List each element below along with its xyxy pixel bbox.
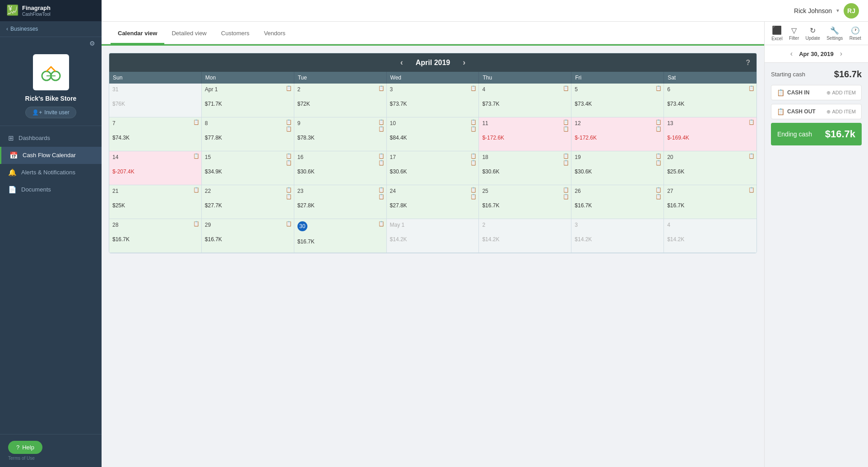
terms-link[interactable]: Terms of Use <box>8 456 93 461</box>
cell-edit-icon[interactable]: 📋 <box>655 187 662 193</box>
calendar-cell[interactable]: 2$14.2K <box>479 219 571 253</box>
cell-edit-icon[interactable]: 📋 <box>378 119 385 125</box>
back-businesses-link[interactable]: ‹ Businesses <box>0 21 102 37</box>
calendar-cell[interactable]: 📋📋22$27.7K <box>202 185 294 219</box>
cell-add-icon[interactable]: 📋 <box>286 126 292 132</box>
calendar-cell[interactable]: 📋30$16.7K <box>294 219 387 253</box>
calendar-cell[interactable]: 📋📋24$27.8K <box>387 185 479 219</box>
calendar-cell[interactable]: May 1$14.2K <box>387 219 479 253</box>
calendar-cell[interactable]: 📋📋16$30.6K <box>294 151 387 185</box>
calendar-cell[interactable]: 📋20$25.6K <box>664 151 757 185</box>
cell-edit-icon[interactable]: 📋 <box>286 85 292 91</box>
sidebar-item-cash-flow-calendar[interactable]: 📅 Cash Flow Calendar <box>0 147 102 164</box>
cell-add-icon[interactable]: 📋 <box>655 126 662 132</box>
cell-edit-icon[interactable]: 📋 <box>286 153 292 159</box>
next-month-button[interactable]: › <box>459 58 469 67</box>
sidebar-item-alerts[interactable]: 🔔 Alerts & Notifications <box>0 164 102 181</box>
calendar-cell[interactable]: 📋13$-169.4K <box>664 117 757 151</box>
cell-edit-icon[interactable]: 📋 <box>748 119 755 125</box>
tab-detailed-view[interactable]: Detailed view <box>164 23 214 44</box>
help-button[interactable]: ? Help <box>8 441 42 454</box>
calendar-cell[interactable]: 📋📋25$16.7K <box>479 185 571 219</box>
calendar-cell[interactable]: 📋7$74.3K <box>109 117 202 151</box>
cash-in-add-button[interactable]: ⊕ ADD ITEM <box>826 90 856 96</box>
cell-edit-icon[interactable]: 📋 <box>193 187 200 193</box>
reset-button[interactable]: 🕐 Reset <box>849 26 861 41</box>
calendar-cell[interactable]: 📋📋15$34.9K <box>202 151 294 185</box>
cell-edit-icon[interactable]: 📋 <box>563 85 569 91</box>
next-date-button[interactable]: › <box>840 50 842 58</box>
cell-add-icon[interactable]: 📋 <box>378 160 385 166</box>
filter-button[interactable]: ▽ Filter <box>789 26 799 41</box>
cell-edit-icon[interactable]: 📋 <box>378 85 385 91</box>
sidebar-item-dashboards[interactable]: ⊞ Dashboards <box>0 130 102 147</box>
calendar-cell[interactable]: 📋📋10$84.4K <box>387 117 479 151</box>
calendar-cell[interactable]: 📋📋18$30.6K <box>479 151 571 185</box>
cell-add-icon[interactable]: 📋 <box>563 126 569 132</box>
cell-add-icon[interactable]: 📋 <box>470 126 477 132</box>
calendar-cell[interactable]: 📋29$16.7K <box>202 219 294 253</box>
calendar-cell[interactable]: 📋2$72K <box>294 84 387 117</box>
cell-edit-icon[interactable]: 📋 <box>563 153 569 159</box>
calendar-cell[interactable]: 📋6$73.4K <box>664 84 757 117</box>
prev-date-button[interactable]: ‹ <box>790 50 793 58</box>
calendar-cell[interactable]: 📋📋26$16.7K <box>571 185 664 219</box>
calendar-help-icon[interactable]: ? <box>746 59 750 67</box>
cell-edit-icon[interactable]: 📋 <box>563 119 569 125</box>
cell-edit-icon[interactable]: 📋 <box>748 153 755 159</box>
calendar-cell[interactable]: 📋📋11$-172.6K <box>479 117 571 151</box>
cell-add-icon[interactable]: 📋 <box>286 160 292 166</box>
cell-add-icon[interactable]: 📋 <box>655 194 662 200</box>
settings-button[interactable]: 🔧 Settings <box>826 26 843 41</box>
cell-add-icon[interactable]: 📋 <box>470 194 477 200</box>
cell-add-icon[interactable]: 📋 <box>563 194 569 200</box>
calendar-cell[interactable]: 📋📋17$30.6K <box>387 151 479 185</box>
settings-icon[interactable]: ⚙ <box>89 40 95 47</box>
calendar-cell[interactable]: 📋3$73.7K <box>387 84 479 117</box>
calendar-cell[interactable]: 📋Apr 1$71.7K <box>202 84 294 117</box>
cell-edit-icon[interactable]: 📋 <box>748 187 755 193</box>
calendar-cell[interactable]: 📋📋12$-172.6K <box>571 117 664 151</box>
calendar-cell[interactable]: 📋📋9$78.3K <box>294 117 387 151</box>
cell-edit-icon[interactable]: 📋 <box>748 85 755 91</box>
cell-edit-icon[interactable]: 📋 <box>286 119 292 125</box>
cash-out-add-button[interactable]: ⊕ ADD ITEM <box>826 109 856 115</box>
excel-button[interactable]: ⬛ Excel <box>771 25 782 41</box>
tab-customers[interactable]: Customers <box>214 23 257 44</box>
calendar-cell[interactable]: 📋📋8$77.8K <box>202 117 294 151</box>
cell-edit-icon[interactable]: 📋 <box>378 153 385 159</box>
prev-month-button[interactable]: ‹ <box>397 58 407 67</box>
cell-add-icon[interactable]: 📋 <box>378 126 385 132</box>
cell-edit-icon[interactable]: 📋 <box>470 85 477 91</box>
cell-edit-icon[interactable]: 📋 <box>470 187 477 193</box>
cell-edit-icon[interactable]: 📋 <box>378 221 385 227</box>
cell-add-icon[interactable]: 📋 <box>563 160 569 166</box>
calendar-cell[interactable]: 📋14$-207.4K <box>109 151 202 185</box>
cell-add-icon[interactable]: 📋 <box>378 194 385 200</box>
cell-edit-icon[interactable]: 📋 <box>563 187 569 193</box>
invite-user-button[interactable]: 👤+ Invite user <box>25 107 76 118</box>
cell-add-icon[interactable]: 📋 <box>655 160 662 166</box>
cell-add-icon[interactable]: 📋 <box>286 194 292 200</box>
calendar-cell[interactable]: 4$14.2K <box>664 219 757 253</box>
cell-edit-icon[interactable]: 📋 <box>655 119 662 125</box>
calendar-cell[interactable]: 📋📋19$30.6K <box>571 151 664 185</box>
tab-calendar-view[interactable]: Calendar view <box>111 23 164 44</box>
calendar-cell[interactable]: 3$14.2K <box>571 219 664 253</box>
cell-edit-icon[interactable]: 📋 <box>470 119 477 125</box>
cell-add-icon[interactable]: 📋 <box>470 160 477 166</box>
cell-edit-icon[interactable]: 📋 <box>193 119 200 125</box>
calendar-cell[interactable]: 📋5$73.4K <box>571 84 664 117</box>
cell-edit-icon[interactable]: 📋 <box>470 153 477 159</box>
user-dropdown-caret[interactable]: ▼ <box>836 8 840 13</box>
sidebar-item-documents[interactable]: 📄 Documents <box>0 181 102 198</box>
cell-edit-icon[interactable]: 📋 <box>378 187 385 193</box>
calendar-cell[interactable]: 📋28$16.7K <box>109 219 202 253</box>
update-button[interactable]: ↻ Update <box>806 26 820 41</box>
cell-edit-icon[interactable]: 📋 <box>655 153 662 159</box>
calendar-cell[interactable]: 📋4$73.7K <box>479 84 571 117</box>
cell-edit-icon[interactable]: 📋 <box>286 187 292 193</box>
calendar-cell[interactable]: 31$76K <box>109 84 202 117</box>
calendar-cell[interactable]: 📋27$16.7K <box>664 185 757 219</box>
calendar-cell[interactable]: 📋21$25K <box>109 185 202 219</box>
